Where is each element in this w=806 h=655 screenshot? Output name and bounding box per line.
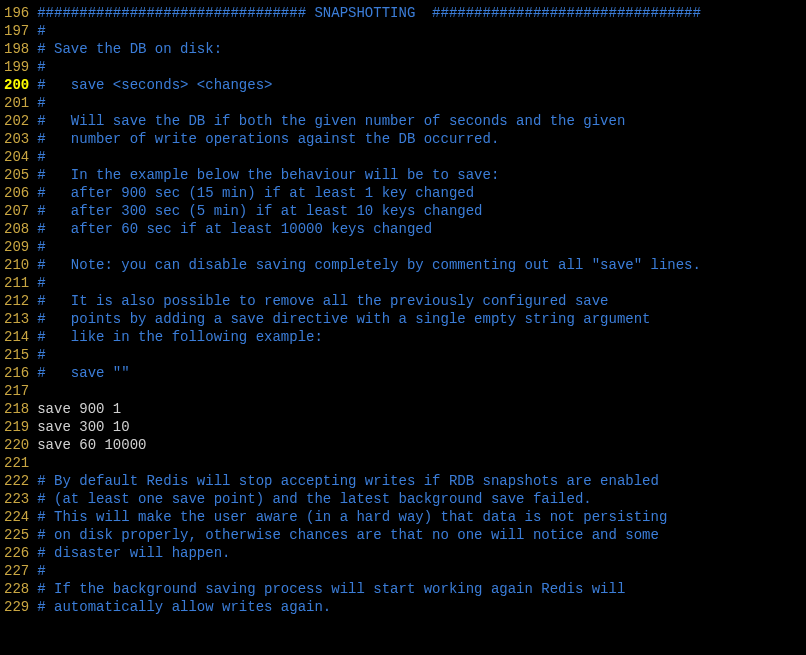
line-number: 204 bbox=[4, 148, 29, 166]
comment-text: # after 900 sec (15 min) if at least 1 k… bbox=[37, 185, 474, 201]
line-number: 217 bbox=[4, 382, 29, 400]
line-number: 196 bbox=[4, 4, 29, 22]
code-text: save 300 10 bbox=[37, 419, 129, 435]
line-number: 229 bbox=[4, 598, 29, 616]
code-line[interactable]: # save "" bbox=[37, 364, 806, 382]
comment-text: # This will make the user aware (in a ha… bbox=[37, 509, 667, 525]
line-number: 210 bbox=[4, 256, 29, 274]
code-line[interactable]: # Will save the DB if both the given num… bbox=[37, 112, 806, 130]
comment-text: # bbox=[37, 563, 45, 579]
code-content[interactable]: ################################ SNAPSHO… bbox=[37, 4, 806, 616]
code-text: save 60 10000 bbox=[37, 437, 146, 453]
line-number: 214 bbox=[4, 328, 29, 346]
line-number: 200 bbox=[4, 76, 29, 94]
code-line[interactable]: # points by adding a save directive with… bbox=[37, 310, 806, 328]
comment-text: # save "" bbox=[37, 365, 129, 381]
comment-text: # bbox=[37, 23, 45, 39]
code-line[interactable]: # If the background saving process will … bbox=[37, 580, 806, 598]
line-number: 212 bbox=[4, 292, 29, 310]
line-number: 206 bbox=[4, 184, 29, 202]
comment-text: # bbox=[37, 149, 45, 165]
code-text: save 900 1 bbox=[37, 401, 121, 417]
code-line[interactable]: save 300 10 bbox=[37, 418, 806, 436]
code-line[interactable]: # after 60 sec if at least 10000 keys ch… bbox=[37, 220, 806, 238]
code-line[interactable]: # bbox=[37, 346, 806, 364]
line-number: 221 bbox=[4, 454, 29, 472]
line-number: 203 bbox=[4, 130, 29, 148]
code-line[interactable]: save 60 10000 bbox=[37, 436, 806, 454]
comment-text: # By default Redis will stop accepting w… bbox=[37, 473, 659, 489]
line-number: 208 bbox=[4, 220, 29, 238]
line-number: 220 bbox=[4, 436, 29, 454]
code-line[interactable] bbox=[37, 454, 806, 472]
line-number: 197 bbox=[4, 22, 29, 40]
line-number: 198 bbox=[4, 40, 29, 58]
line-number-gutter: 1961971981992002012022032042052062072082… bbox=[0, 4, 37, 616]
line-number: 227 bbox=[4, 562, 29, 580]
code-line[interactable]: # after 900 sec (15 min) if at least 1 k… bbox=[37, 184, 806, 202]
code-line[interactable]: # on disk properly, otherwise chances ar… bbox=[37, 526, 806, 544]
comment-text: # Will save the DB if both the given num… bbox=[37, 113, 625, 129]
code-line[interactable]: ################################ SNAPSHO… bbox=[37, 4, 806, 22]
code-line[interactable]: # Note: you can disable saving completel… bbox=[37, 256, 806, 274]
comment-text: # disaster will happen. bbox=[37, 545, 230, 561]
comment-text: # If the background saving process will … bbox=[37, 581, 625, 597]
line-number: 219 bbox=[4, 418, 29, 436]
line-number: 218 bbox=[4, 400, 29, 418]
code-editor[interactable]: 1961971981992002012022032042052062072082… bbox=[0, 0, 806, 616]
code-line[interactable]: # after 300 sec (5 min) if at least 10 k… bbox=[37, 202, 806, 220]
code-line[interactable]: save 900 1 bbox=[37, 400, 806, 418]
code-line[interactable]: # number of write operations against the… bbox=[37, 130, 806, 148]
comment-text: # (at least one save point) and the late… bbox=[37, 491, 592, 507]
line-number: 211 bbox=[4, 274, 29, 292]
comment-text: # after 300 sec (5 min) if at least 10 k… bbox=[37, 203, 482, 219]
comment-text: # Save the DB on disk: bbox=[37, 41, 222, 57]
code-line[interactable]: # This will make the user aware (in a ha… bbox=[37, 508, 806, 526]
line-number: 209 bbox=[4, 238, 29, 256]
comment-text: # bbox=[37, 59, 45, 75]
code-line[interactable]: # It is also possible to remove all the … bbox=[37, 292, 806, 310]
comment-text: # number of write operations against the… bbox=[37, 131, 499, 147]
code-line[interactable]: # bbox=[37, 562, 806, 580]
line-number: 223 bbox=[4, 490, 29, 508]
line-number: 215 bbox=[4, 346, 29, 364]
code-line[interactable]: # (at least one save point) and the late… bbox=[37, 490, 806, 508]
comment-text: # automatically allow writes again. bbox=[37, 599, 331, 615]
line-number: 199 bbox=[4, 58, 29, 76]
code-line[interactable]: # bbox=[37, 58, 806, 76]
code-line[interactable]: # In the example below the behaviour wil… bbox=[37, 166, 806, 184]
comment-text: ################################ SNAPSHO… bbox=[37, 5, 701, 21]
comment-text: # after 60 sec if at least 10000 keys ch… bbox=[37, 221, 432, 237]
line-number: 225 bbox=[4, 526, 29, 544]
code-line[interactable]: # like in the following example: bbox=[37, 328, 806, 346]
comment-text: # In the example below the behaviour wil… bbox=[37, 167, 499, 183]
code-line[interactable]: # save <seconds> <changes> bbox=[37, 76, 806, 94]
line-number: 207 bbox=[4, 202, 29, 220]
comment-text: # It is also possible to remove all the … bbox=[37, 293, 608, 309]
line-number: 216 bbox=[4, 364, 29, 382]
line-number: 213 bbox=[4, 310, 29, 328]
code-line[interactable]: # disaster will happen. bbox=[37, 544, 806, 562]
comment-text: # save <seconds> <changes> bbox=[37, 77, 272, 93]
code-line[interactable]: # bbox=[37, 148, 806, 166]
code-line[interactable]: # automatically allow writes again. bbox=[37, 598, 806, 616]
comment-text: # like in the following example: bbox=[37, 329, 323, 345]
comment-text: # on disk properly, otherwise chances ar… bbox=[37, 527, 659, 543]
comment-text: # bbox=[37, 239, 45, 255]
code-line[interactable] bbox=[37, 382, 806, 400]
line-number: 228 bbox=[4, 580, 29, 598]
code-line[interactable]: # bbox=[37, 238, 806, 256]
comment-text: # Note: you can disable saving completel… bbox=[37, 257, 701, 273]
code-line[interactable]: # Save the DB on disk: bbox=[37, 40, 806, 58]
code-line[interactable]: # bbox=[37, 22, 806, 40]
code-line[interactable]: # bbox=[37, 94, 806, 112]
line-number: 224 bbox=[4, 508, 29, 526]
code-line[interactable]: # bbox=[37, 274, 806, 292]
code-line[interactable]: # By default Redis will stop accepting w… bbox=[37, 472, 806, 490]
line-number: 222 bbox=[4, 472, 29, 490]
comment-text: # points by adding a save directive with… bbox=[37, 311, 650, 327]
line-number: 201 bbox=[4, 94, 29, 112]
line-number: 226 bbox=[4, 544, 29, 562]
line-number: 205 bbox=[4, 166, 29, 184]
comment-text: # bbox=[37, 95, 45, 111]
